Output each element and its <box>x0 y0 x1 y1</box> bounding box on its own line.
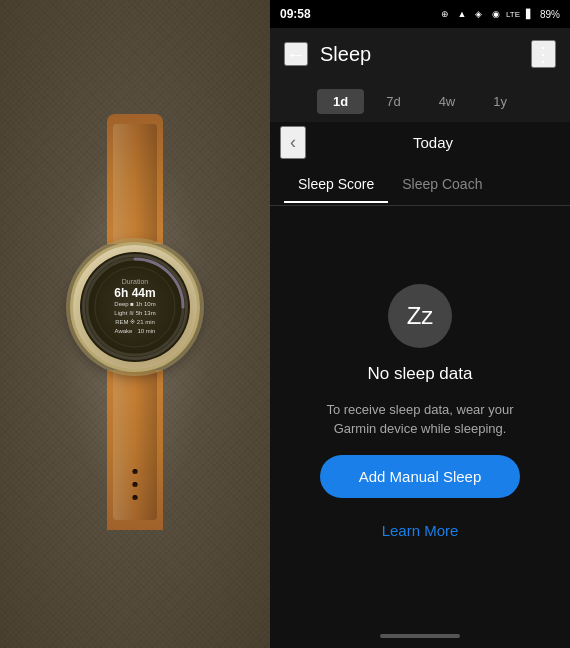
watch-body: Duration 6h 44m Deep ■ 1h 10m Light ≋ 5h… <box>70 242 200 372</box>
date-navigation-row: ‹ Today <box>270 122 570 162</box>
signal-icon: ⊕ <box>438 9 452 19</box>
sleep-icon: Zz <box>388 284 452 348</box>
watch-total-duration: 6h 44m <box>114 286 155 300</box>
more-options-button[interactable]: ⋮ <box>531 40 556 68</box>
lte-icon: LTE <box>506 9 520 19</box>
no-sleep-description: To receive sleep data, wear your Garmin … <box>310 400 530 439</box>
wifi-icon: ▲ <box>455 9 469 19</box>
strap-top <box>107 114 163 244</box>
home-indicator <box>270 624 570 648</box>
watch-container: Duration 6h 44m Deep ■ 1h 10m Light ≋ 5h… <box>35 114 235 534</box>
status-time: 09:58 <box>280 7 311 21</box>
tab-1d[interactable]: 1d <box>317 89 364 114</box>
category-tabs: Sleep Score Sleep Coach <box>270 162 570 206</box>
status-bar: 09:58 ⊕ ▲ ◈ ◉ LTE ▋ 89% <box>270 0 570 28</box>
watch-stat-light: Light ≋ 5h 13m <box>114 309 155 318</box>
strap-hole-2 <box>133 482 138 487</box>
learn-more-button[interactable]: Learn More <box>374 514 467 547</box>
page-title: Sleep <box>320 43 519 66</box>
location-icon: ◉ <box>489 9 503 19</box>
tab-1y[interactable]: 1y <box>477 89 523 114</box>
tab-7d[interactable]: 7d <box>370 89 416 114</box>
tab-sleep-score[interactable]: Sleep Score <box>284 166 388 202</box>
tab-4w[interactable]: 4w <box>423 89 472 114</box>
strap-hole-1 <box>133 469 138 474</box>
previous-date-button[interactable]: ‹ <box>280 126 306 159</box>
watch-stat-deep: Deep ■ 1h 10m <box>114 300 155 309</box>
app-header: ← Sleep ⋮ <box>270 28 570 80</box>
zzz-icon: Zz <box>407 302 434 330</box>
strap-bottom <box>107 370 163 530</box>
tab-sleep-coach[interactable]: Sleep Coach <box>388 166 496 202</box>
home-indicator-bar <box>380 634 460 638</box>
main-content: Zz No sleep data To receive sleep data, … <box>270 206 570 624</box>
no-sleep-title: No sleep data <box>368 364 473 384</box>
signal-bars-icon: ▋ <box>523 9 537 19</box>
status-icons: ⊕ ▲ ◈ ◉ LTE ▋ 89% <box>438 9 560 20</box>
watch-duration-label: Duration <box>114 278 155 285</box>
watch-screen: Duration 6h 44m Deep ■ 1h 10m Light ≋ 5h… <box>80 252 190 362</box>
add-manual-sleep-button[interactable]: Add Manual Sleep <box>320 455 520 498</box>
strap-hole-3 <box>133 495 138 500</box>
battery-icon: 89% <box>540 9 560 20</box>
current-date-label: Today <box>306 134 560 151</box>
battery-level: 89% <box>540 9 560 20</box>
back-button[interactable]: ← <box>284 42 308 66</box>
watch-text-content: Duration 6h 44m Deep ■ 1h 10m Light ≋ 5h… <box>114 278 155 336</box>
strap-holes <box>133 469 138 500</box>
time-range-tabs: 1d 7d 4w 1y <box>270 80 570 122</box>
watch-stat-awake: Awake 10 min <box>114 327 155 336</box>
watch-stat-rem: REM ※ 21 min <box>114 318 155 327</box>
watch-photo-panel: Duration 6h 44m Deep ■ 1h 10m Light ≋ 5h… <box>0 0 270 648</box>
app-panel: 09:58 ⊕ ▲ ◈ ◉ LTE ▋ 89% ← Sleep ⋮ 1d 7d … <box>270 0 570 648</box>
nfc-icon: ◈ <box>472 9 486 19</box>
